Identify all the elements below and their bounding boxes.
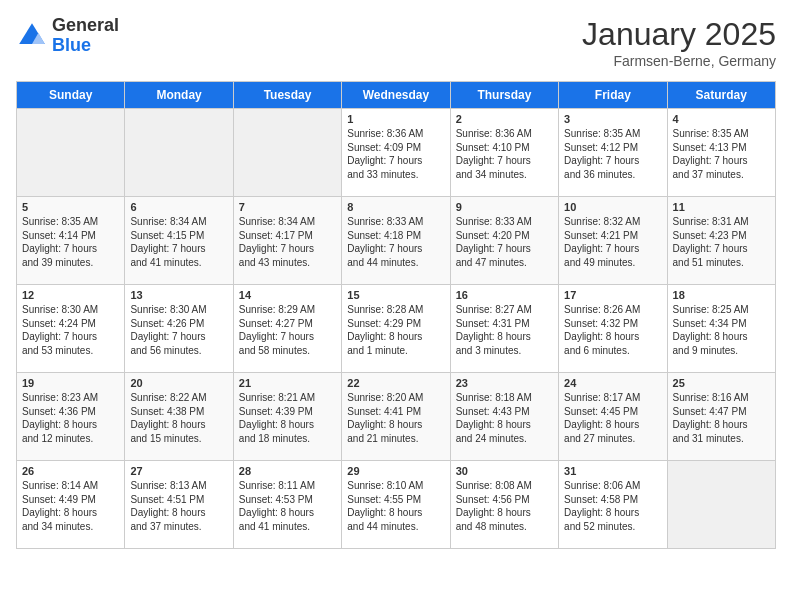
calendar-cell: 2Sunrise: 8:36 AMSunset: 4:10 PMDaylight… [450,109,558,197]
day-number: 1 [347,113,444,125]
cell-info: Sunrise: 8:20 AM [347,391,444,405]
day-number: 11 [673,201,770,213]
calendar-cell: 18Sunrise: 8:25 AMSunset: 4:34 PMDayligh… [667,285,775,373]
cell-info: and 37 minutes. [130,520,227,534]
cell-info: Daylight: 8 hours [22,418,119,432]
cell-info: Sunset: 4:55 PM [347,493,444,507]
day-number: 20 [130,377,227,389]
calendar-cell: 29Sunrise: 8:10 AMSunset: 4:55 PMDayligh… [342,461,450,549]
cell-info: Daylight: 8 hours [239,418,336,432]
calendar-cell: 30Sunrise: 8:08 AMSunset: 4:56 PMDayligh… [450,461,558,549]
cell-info: Sunset: 4:58 PM [564,493,661,507]
cell-info: Daylight: 7 hours [673,154,770,168]
cell-info: Daylight: 7 hours [130,330,227,344]
calendar-cell: 23Sunrise: 8:18 AMSunset: 4:43 PMDayligh… [450,373,558,461]
day-number: 31 [564,465,661,477]
cell-info: Sunrise: 8:17 AM [564,391,661,405]
cell-info: Sunrise: 8:35 AM [673,127,770,141]
cell-info: Daylight: 7 hours [456,242,553,256]
calendar-cell: 15Sunrise: 8:28 AMSunset: 4:29 PMDayligh… [342,285,450,373]
cell-info: Sunset: 4:45 PM [564,405,661,419]
cell-info: Sunrise: 8:21 AM [239,391,336,405]
cell-info: Daylight: 7 hours [239,242,336,256]
cell-info: Sunset: 4:49 PM [22,493,119,507]
cell-info: and 1 minute. [347,344,444,358]
day-number: 6 [130,201,227,213]
day-number: 5 [22,201,119,213]
calendar-cell: 8Sunrise: 8:33 AMSunset: 4:18 PMDaylight… [342,197,450,285]
cell-info: and 48 minutes. [456,520,553,534]
calendar-cell: 14Sunrise: 8:29 AMSunset: 4:27 PMDayligh… [233,285,341,373]
location: Farmsen-Berne, Germany [582,53,776,69]
calendar-cell: 20Sunrise: 8:22 AMSunset: 4:38 PMDayligh… [125,373,233,461]
day-number: 23 [456,377,553,389]
calendar-cell: 26Sunrise: 8:14 AMSunset: 4:49 PMDayligh… [17,461,125,549]
cell-info: Sunset: 4:09 PM [347,141,444,155]
cell-info: Sunrise: 8:23 AM [22,391,119,405]
cell-info: Daylight: 8 hours [564,330,661,344]
cell-info: and 53 minutes. [22,344,119,358]
title-block: January 2025 Farmsen-Berne, Germany [582,16,776,69]
cell-info: Sunrise: 8:35 AM [22,215,119,229]
cell-info: Daylight: 8 hours [347,418,444,432]
cell-info: and 15 minutes. [130,432,227,446]
cell-info: and 21 minutes. [347,432,444,446]
cell-info: Sunrise: 8:14 AM [22,479,119,493]
calendar-cell: 22Sunrise: 8:20 AMSunset: 4:41 PMDayligh… [342,373,450,461]
week-row-2: 5Sunrise: 8:35 AMSunset: 4:14 PMDaylight… [17,197,776,285]
day-header-sunday: Sunday [17,82,125,109]
cell-info: Sunset: 4:17 PM [239,229,336,243]
cell-info: Sunset: 4:18 PM [347,229,444,243]
calendar-cell [667,461,775,549]
cell-info: Daylight: 8 hours [564,418,661,432]
cell-info: Sunrise: 8:27 AM [456,303,553,317]
cell-info: Daylight: 8 hours [347,330,444,344]
cell-info: and 44 minutes. [347,256,444,270]
cell-info: Sunrise: 8:26 AM [564,303,661,317]
cell-info: Sunset: 4:41 PM [347,405,444,419]
cell-info: Sunset: 4:21 PM [564,229,661,243]
cell-info: and 41 minutes. [130,256,227,270]
day-header-saturday: Saturday [667,82,775,109]
day-header-thursday: Thursday [450,82,558,109]
cell-info: Sunrise: 8:33 AM [456,215,553,229]
calendar-cell: 21Sunrise: 8:21 AMSunset: 4:39 PMDayligh… [233,373,341,461]
cell-info: Sunrise: 8:29 AM [239,303,336,317]
day-number: 12 [22,289,119,301]
cell-info: and 36 minutes. [564,168,661,182]
cell-info: and 12 minutes. [22,432,119,446]
cell-info: Sunrise: 8:16 AM [673,391,770,405]
cell-info: and 43 minutes. [239,256,336,270]
cell-info: Sunrise: 8:18 AM [456,391,553,405]
day-header-wednesday: Wednesday [342,82,450,109]
cell-info: Sunset: 4:47 PM [673,405,770,419]
calendar-cell: 17Sunrise: 8:26 AMSunset: 4:32 PMDayligh… [559,285,667,373]
cell-info: Sunrise: 8:22 AM [130,391,227,405]
day-number: 30 [456,465,553,477]
cell-info: Sunset: 4:14 PM [22,229,119,243]
day-header-friday: Friday [559,82,667,109]
cell-info: Sunset: 4:36 PM [22,405,119,419]
cell-info: Sunrise: 8:08 AM [456,479,553,493]
cell-info: and 18 minutes. [239,432,336,446]
cell-info: Daylight: 8 hours [456,330,553,344]
cell-info: Sunset: 4:51 PM [130,493,227,507]
cell-info: Sunset: 4:39 PM [239,405,336,419]
cell-info: and 49 minutes. [564,256,661,270]
cell-info: and 56 minutes. [130,344,227,358]
cell-info: and 44 minutes. [347,520,444,534]
week-row-4: 19Sunrise: 8:23 AMSunset: 4:36 PMDayligh… [17,373,776,461]
cell-info: Sunset: 4:43 PM [456,405,553,419]
logo-blue: Blue [52,36,119,56]
cell-info: Sunset: 4:26 PM [130,317,227,331]
cell-info: Sunset: 4:34 PM [673,317,770,331]
cell-info: Sunrise: 8:28 AM [347,303,444,317]
cell-info: Sunset: 4:13 PM [673,141,770,155]
cell-info: Sunset: 4:10 PM [456,141,553,155]
cell-info: Sunset: 4:20 PM [456,229,553,243]
cell-info: and 39 minutes. [22,256,119,270]
cell-info: and 58 minutes. [239,344,336,358]
cell-info: Daylight: 8 hours [22,506,119,520]
day-number: 7 [239,201,336,213]
cell-info: Sunset: 4:12 PM [564,141,661,155]
